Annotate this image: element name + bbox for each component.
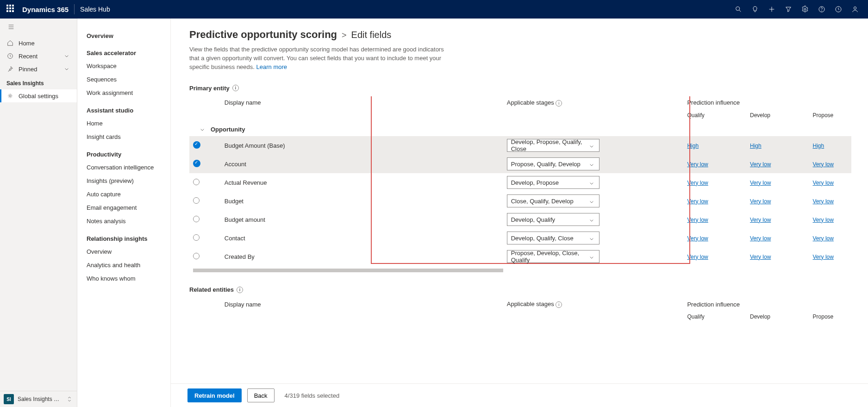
- col-applicable-stages[interactable]: Applicable stages i: [503, 96, 684, 109]
- info-icon[interactable]: i: [556, 100, 562, 106]
- stage-select[interactable]: Develop, Qualify: [507, 213, 599, 226]
- row-select-radio[interactable]: [193, 179, 200, 185]
- secnav-item[interactable]: Home: [86, 117, 170, 130]
- svg-point-7: [9, 95, 11, 97]
- group-opportunity[interactable]: Opportunity: [189, 121, 851, 137]
- influence-link[interactable]: Very low: [750, 235, 771, 242]
- stage-select[interactable]: Develop, Propose, Qualify, Close: [507, 139, 599, 152]
- chevron-down-icon: [588, 198, 595, 206]
- influence-link[interactable]: Very low: [687, 161, 708, 168]
- help-icon[interactable]: [813, 0, 830, 19]
- influence-link[interactable]: Very low: [750, 161, 771, 168]
- row-select-radio[interactable]: [193, 160, 200, 167]
- info-icon[interactable]: i: [237, 287, 243, 293]
- secnav-item[interactable]: Sequences: [86, 73, 170, 86]
- nav-home-label: Home: [19, 40, 35, 47]
- secnav-item[interactable]: Notes analysis: [86, 214, 170, 228]
- influence-link[interactable]: High: [687, 143, 699, 149]
- influence-link[interactable]: Very low: [687, 254, 708, 260]
- secnav-item[interactable]: Auto capture: [86, 188, 170, 201]
- nav-home[interactable]: Home: [0, 37, 77, 50]
- hub-name[interactable]: Sales Hub: [80, 6, 110, 13]
- influence-link[interactable]: High: [813, 143, 824, 149]
- influence-link[interactable]: High: [750, 143, 762, 149]
- filter-icon[interactable]: [780, 0, 797, 19]
- primary-table-wrap: Display name Applicable stages i Predict…: [189, 96, 851, 273]
- influence-link[interactable]: Very low: [687, 180, 708, 186]
- row-select-radio[interactable]: [193, 197, 200, 204]
- row-select-radio[interactable]: [193, 234, 200, 241]
- col-applicable-stages[interactable]: Applicable stages i: [503, 298, 684, 311]
- col-develop[interactable]: Develop: [746, 311, 809, 323]
- retrain-button[interactable]: Retrain model: [187, 388, 242, 402]
- secnav-heading[interactable]: Sales accelerator: [86, 42, 170, 59]
- nav-pinned[interactable]: Pinned: [0, 63, 77, 75]
- stage-select[interactable]: Develop, Propose: [507, 176, 599, 189]
- gear-icon[interactable]: [797, 0, 813, 19]
- col-display-name[interactable]: Display name: [221, 96, 503, 109]
- secnav-item[interactable]: Analytics and health: [86, 258, 170, 272]
- col-qualify[interactable]: Qualify: [683, 311, 746, 323]
- area-switcher[interactable]: SI Sales Insights sett...: [0, 391, 77, 407]
- add-icon[interactable]: [763, 0, 780, 19]
- influence-link[interactable]: Very low: [687, 198, 708, 205]
- horizontal-scrollbar[interactable]: [193, 269, 503, 272]
- secnav-item[interactable]: Insights (preview): [86, 174, 170, 188]
- learn-more-link[interactable]: Learn more: [256, 63, 287, 70]
- secnav-heading[interactable]: Overview: [86, 30, 170, 42]
- col-qualify[interactable]: Qualify: [683, 109, 746, 121]
- secnav-item[interactable]: Insight cards: [86, 130, 170, 144]
- influence-link[interactable]: Very low: [687, 217, 708, 223]
- nav-global-settings[interactable]: Global settings: [0, 89, 77, 102]
- related-entities-label: Related entities i: [189, 286, 851, 293]
- nav-recent[interactable]: Recent: [0, 50, 77, 63]
- col-prediction-influence[interactable]: Prediction influence: [683, 298, 851, 311]
- hamburger-icon[interactable]: [0, 19, 77, 37]
- influence-link[interactable]: Very low: [750, 217, 771, 223]
- switch-badge: SI: [4, 394, 14, 404]
- influence-link[interactable]: Very low: [813, 235, 834, 242]
- influence-link[interactable]: Very low: [813, 254, 834, 260]
- profile-icon[interactable]: [847, 0, 863, 19]
- influence-link[interactable]: Very low: [813, 217, 834, 223]
- secnav-item[interactable]: Email engagement: [86, 201, 170, 214]
- search-icon[interactable]: [730, 0, 747, 19]
- secnav-heading[interactable]: Relationship insights: [86, 228, 170, 245]
- row-select-radio[interactable]: [193, 253, 200, 259]
- influence-link[interactable]: Very low: [750, 254, 771, 260]
- col-prediction-influence[interactable]: Prediction influence: [683, 96, 851, 109]
- stage-select[interactable]: Propose, Develop, Close, Qualify: [507, 250, 599, 263]
- fields-count: 4/319 fields selected: [285, 392, 340, 399]
- stage-select[interactable]: Close, Qualify, Develop: [507, 194, 599, 207]
- secnav-item[interactable]: Overview: [86, 245, 170, 258]
- influence-link[interactable]: Very low: [813, 198, 834, 205]
- col-develop[interactable]: Develop: [746, 109, 809, 121]
- influence-link[interactable]: Very low: [750, 198, 771, 205]
- secnav-item[interactable]: Conversation intelligence: [86, 161, 170, 174]
- influence-link[interactable]: Very low: [813, 180, 834, 186]
- row-select-radio[interactable]: [193, 141, 200, 149]
- info-icon[interactable]: i: [232, 85, 239, 91]
- row-select-radio[interactable]: [193, 216, 200, 222]
- secnav-heading[interactable]: Productivity: [86, 144, 170, 161]
- stage-select[interactable]: Develop, Qualify, Close: [507, 232, 599, 244]
- stage-select[interactable]: Propose, Qualify, Develop: [507, 157, 599, 170]
- brand[interactable]: Dynamics 365: [22, 6, 69, 13]
- back-button[interactable]: Back: [247, 388, 275, 402]
- assist-icon[interactable]: [830, 0, 847, 19]
- chevron-down-icon: [63, 65, 70, 73]
- app-launcher-icon[interactable]: [6, 5, 16, 14]
- col-propose[interactable]: Propose: [809, 109, 851, 121]
- influence-link[interactable]: Very low: [687, 235, 708, 242]
- col-display-name[interactable]: Display name: [221, 298, 503, 311]
- lightbulb-icon[interactable]: [747, 0, 763, 19]
- influence-link[interactable]: Very low: [750, 180, 771, 186]
- info-icon[interactable]: i: [556, 301, 562, 308]
- secnav-item[interactable]: Work assignment: [86, 86, 170, 100]
- influence-link[interactable]: Very low: [813, 161, 834, 168]
- secnav-item[interactable]: Who knows whom: [86, 272, 170, 285]
- secnav-heading[interactable]: Assistant studio: [86, 100, 170, 117]
- col-propose[interactable]: Propose: [809, 311, 851, 323]
- breadcrumb-root[interactable]: Predictive opportunity scoring: [189, 29, 337, 41]
- secnav-item[interactable]: Workspace: [86, 59, 170, 73]
